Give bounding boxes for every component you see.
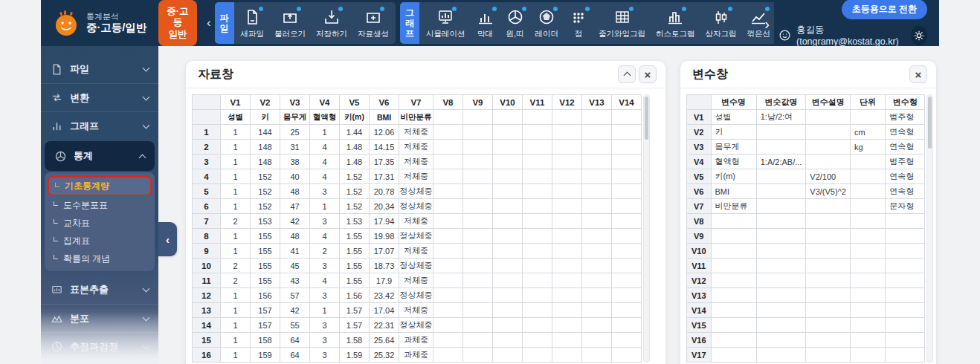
sidebar-subitem-summary-table[interactable]: 집계표 bbox=[48, 232, 152, 250]
variable-id[interactable]: V17 bbox=[687, 348, 712, 363]
sidebar-item-graph[interactable]: 그래프 bbox=[41, 111, 158, 140]
data-cell[interactable] bbox=[493, 199, 523, 214]
variable-cell[interactable] bbox=[850, 214, 885, 229]
variable-cell[interactable] bbox=[850, 155, 885, 169]
data-cell[interactable] bbox=[433, 259, 463, 273]
variable-name-header[interactable]: BMI bbox=[370, 110, 399, 125]
data-cell[interactable]: 3 bbox=[310, 214, 340, 229]
variable-cell[interactable]: V3/(V5)^2 bbox=[806, 184, 851, 199]
data-cell[interactable] bbox=[552, 348, 582, 363]
data-cell[interactable] bbox=[552, 229, 582, 244]
data-cell[interactable] bbox=[463, 288, 493, 303]
data-cell[interactable]: 43 bbox=[280, 273, 310, 288]
data-cell[interactable]: 1.52 bbox=[340, 184, 370, 199]
data-cell[interactable] bbox=[612, 155, 642, 169]
column-header[interactable]: V10 bbox=[493, 95, 523, 110]
variable-cell[interactable] bbox=[806, 333, 851, 348]
data-cell[interactable] bbox=[433, 125, 463, 140]
variable-column-header[interactable]: 변수명 bbox=[711, 95, 756, 110]
data-grid-scrollbar[interactable] bbox=[643, 94, 650, 363]
data-cell[interactable] bbox=[463, 214, 493, 229]
variable-cell[interactable] bbox=[806, 110, 851, 125]
data-cell[interactable]: 148 bbox=[251, 140, 280, 155]
row-number[interactable]: 3 bbox=[193, 155, 221, 169]
variable-window-close-button[interactable]: × bbox=[909, 65, 927, 83]
data-cell[interactable]: 20.34 bbox=[370, 199, 399, 214]
variable-id[interactable]: V3 bbox=[687, 140, 712, 155]
variable-name-header[interactable] bbox=[582, 110, 612, 125]
variable-cell[interactable] bbox=[711, 288, 756, 303]
toolbar-scroll-left-chevron[interactable]: ‹ bbox=[203, 16, 215, 30]
data-cell[interactable] bbox=[523, 169, 552, 184]
variable-cell[interactable] bbox=[756, 303, 806, 318]
data-cell[interactable]: 1.52 bbox=[340, 169, 370, 184]
variable-cell[interactable]: V2/100 bbox=[806, 169, 851, 184]
toolbar-bar-chart-button[interactable]: 막대 bbox=[471, 2, 500, 44]
data-cell[interactable]: 과체중 bbox=[399, 333, 433, 348]
data-cell[interactable]: 1.55 bbox=[340, 259, 370, 273]
data-cell[interactable]: 47 bbox=[280, 199, 310, 214]
variable-cell[interactable] bbox=[806, 199, 851, 214]
data-cell[interactable]: 1 bbox=[221, 288, 251, 303]
variable-cell[interactable] bbox=[850, 288, 885, 303]
sidebar-item-distribution[interactable]: 분포 bbox=[41, 304, 158, 332]
row-number[interactable]: 7 bbox=[193, 214, 221, 229]
data-cell[interactable] bbox=[493, 273, 523, 288]
row-number[interactable]: 13 bbox=[193, 303, 221, 318]
data-cell[interactable] bbox=[552, 140, 582, 155]
data-cell[interactable] bbox=[612, 333, 642, 348]
variable-column-header[interactable]: 변수형 bbox=[886, 95, 925, 110]
data-cell[interactable] bbox=[582, 169, 612, 184]
data-cell[interactable] bbox=[463, 244, 493, 259]
data-cell[interactable] bbox=[523, 318, 552, 333]
data-cell[interactable] bbox=[612, 125, 642, 140]
data-cell[interactable] bbox=[493, 125, 523, 140]
row-number[interactable]: 1 bbox=[193, 125, 221, 140]
row-number[interactable]: 14 bbox=[193, 318, 221, 333]
data-cell[interactable] bbox=[523, 214, 552, 229]
data-cell[interactable] bbox=[552, 273, 582, 288]
variable-cell[interactable] bbox=[711, 348, 756, 363]
variable-cell[interactable] bbox=[756, 288, 806, 303]
data-cell[interactable] bbox=[493, 169, 523, 184]
data-cell[interactable] bbox=[523, 229, 552, 244]
data-cell[interactable]: 14.15 bbox=[370, 140, 399, 155]
row-number[interactable]: 15 bbox=[193, 333, 221, 348]
data-cell[interactable]: 4 bbox=[310, 229, 340, 244]
data-cell[interactable] bbox=[582, 288, 612, 303]
data-cell[interactable] bbox=[523, 244, 552, 259]
data-cell[interactable] bbox=[582, 125, 612, 140]
data-cell[interactable]: 12.06 bbox=[370, 125, 399, 140]
variable-cell[interactable] bbox=[850, 184, 885, 199]
data-cell[interactable] bbox=[612, 184, 642, 199]
variable-id[interactable]: V12 bbox=[687, 273, 712, 288]
variable-cell[interactable] bbox=[711, 303, 756, 318]
variable-cell[interactable] bbox=[711, 318, 756, 333]
data-cell[interactable]: 23.42 bbox=[370, 288, 399, 303]
toolbar-open-file-button[interactable]: 불러오기 bbox=[269, 2, 311, 44]
variable-cell[interactable] bbox=[850, 303, 885, 318]
variable-name-header[interactable]: 키 bbox=[251, 110, 280, 125]
data-cell[interactable] bbox=[552, 333, 582, 348]
variable-cell[interactable]: 연속형 bbox=[886, 125, 925, 140]
data-cell[interactable]: 정상체중 bbox=[399, 259, 433, 273]
data-cell[interactable]: 159 bbox=[251, 348, 280, 363]
tab-graph[interactable]: 그래프 bbox=[400, 2, 419, 44]
sidebar-subitem-frequency-table[interactable]: 도수분포표 bbox=[48, 196, 152, 214]
toolbar-dot-plot-button[interactable]: 점 bbox=[564, 2, 593, 44]
column-header[interactable]: V14 bbox=[612, 95, 642, 110]
data-cell[interactable] bbox=[463, 184, 493, 199]
data-cell[interactable] bbox=[523, 333, 552, 348]
variable-cell[interactable] bbox=[886, 273, 925, 288]
variable-column-header[interactable]: 변숫값명 bbox=[756, 95, 806, 110]
variable-name-header[interactable]: 혈액형 bbox=[310, 110, 340, 125]
data-cell[interactable] bbox=[523, 140, 552, 155]
toolbar-pie-chart-button[interactable]: 원,띠 bbox=[500, 2, 530, 44]
data-cell[interactable]: 1.48 bbox=[340, 155, 370, 169]
data-cell[interactable]: 3 bbox=[310, 318, 340, 333]
data-cell[interactable]: 155 bbox=[251, 259, 280, 273]
data-cell[interactable]: 2 bbox=[221, 259, 251, 273]
sidebar-subitem-cross-table[interactable]: 교차표 bbox=[48, 214, 152, 232]
toolbar-simulation-button[interactable]: 시뮬레이션 bbox=[421, 2, 471, 44]
variable-cell[interactable] bbox=[711, 273, 756, 288]
